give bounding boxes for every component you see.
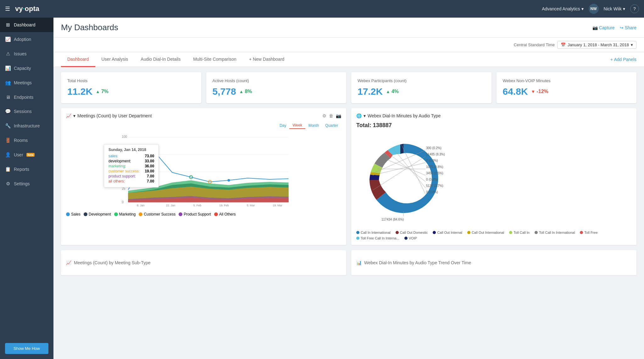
legend-toll-call-in-intl: Toll Call In International bbox=[535, 231, 575, 234]
sidebar-item-capacity[interactable]: 📊 Capacity bbox=[0, 61, 53, 76]
sidebar-item-reports[interactable]: 📋 Reports bbox=[0, 162, 53, 177]
legend-dot bbox=[396, 231, 399, 234]
sidebar-item-label: Adoption bbox=[14, 37, 31, 42]
svg-text:100: 100 bbox=[122, 135, 127, 138]
tab-audio-dialin[interactable]: Audio Dial-In Details bbox=[134, 52, 187, 67]
area-chart-container: Sunday, Jan 14, 2018 sales: 73.00 develo… bbox=[66, 132, 341, 208]
bottom-chart-row: 📈 Meetings (Count) by Meeting Sub-Type 📊… bbox=[61, 250, 636, 275]
chart-row: 📈 ▾ Meetings (Count) by User Department … bbox=[61, 108, 636, 245]
kpi-label: Webex Participants (count) bbox=[358, 78, 485, 83]
chart-panel-header: 🌐 ▾ Webex Dial-In Minutes by Audio Type bbox=[356, 113, 631, 118]
legend-customer-success: Customer Success bbox=[139, 212, 175, 216]
date-range-picker[interactable]: 📅 January 1, 2018 - March 31, 2018 ▾ bbox=[557, 41, 636, 49]
legend-dot bbox=[433, 231, 436, 234]
beta-badge: beta bbox=[26, 153, 35, 157]
tab-user-analysis[interactable]: User Analysis bbox=[95, 52, 135, 67]
tooltip-row-mkt: marketing: 36.00 bbox=[108, 164, 154, 168]
legend-marketing: Marketing bbox=[114, 212, 136, 216]
camera-button[interactable]: 📷 bbox=[336, 113, 341, 118]
user-name-menu[interactable]: Nick Wiik ▾ bbox=[604, 6, 625, 11]
sidebar-item-rooms[interactable]: 🚪 Rooms bbox=[0, 133, 53, 148]
tooltip-row-dev: development: 33.00 bbox=[108, 159, 154, 163]
chart-title-dropdown[interactable]: ▾ bbox=[73, 113, 75, 118]
legend-label: Development bbox=[89, 212, 111, 216]
chart-tooltip: Sunday, Jan 14, 2018 sales: 73.00 develo… bbox=[104, 144, 159, 188]
pie-content: 300 (0.2%) 11485 (8.3%) 0 (0.0%) bbox=[356, 131, 631, 227]
settings-icon: ⚙ bbox=[5, 181, 11, 187]
dashboard-icon: ⊞ bbox=[5, 22, 11, 28]
kpi-label: Active Hosts (count) bbox=[213, 78, 340, 83]
kpi-label: Webex Non-VOIP Minutes bbox=[503, 78, 630, 83]
legend-dot bbox=[356, 237, 359, 240]
legend-development: Development bbox=[84, 212, 111, 216]
chart-title-dropdown[interactable]: ▾ bbox=[364, 113, 366, 118]
sidebar-item-meetings[interactable]: 👥 Meetings bbox=[0, 76, 53, 90]
help-button[interactable]: ? bbox=[630, 4, 639, 13]
add-panels-button[interactable]: + Add Panels bbox=[610, 57, 636, 62]
sidebar-item-sessions[interactable]: 💬 Sessions bbox=[0, 104, 53, 119]
sidebar-item-user[interactable]: 👤 User beta bbox=[0, 148, 53, 162]
panel-label: Webex Dial-In Minutes by Audio Type Tren… bbox=[364, 260, 471, 265]
svg-text:8. Jan: 8. Jan bbox=[137, 204, 145, 207]
pie-svg-wrap: 300 (0.2%) 11485 (8.3%) 0 (0.0%) bbox=[356, 131, 457, 227]
svg-text:22. Jan: 22. Jan bbox=[166, 204, 175, 207]
time-btn-quarter[interactable]: Quarter bbox=[322, 122, 341, 129]
svg-text:0: 0 bbox=[122, 200, 124, 204]
panel-label: Meetings (Count) by Meeting Sub-Type bbox=[74, 260, 151, 265]
sidebar-item-dashboard[interactable]: ⊞ Dashboard bbox=[0, 18, 53, 32]
capture-button[interactable]: 📷 Capture bbox=[592, 25, 615, 30]
svg-text:3456 (2.5%): 3456 (2.5%) bbox=[426, 171, 443, 175]
legend-label: Call Out Internal bbox=[437, 231, 462, 234]
share-button[interactable]: ↪ Share bbox=[620, 25, 636, 30]
sidebar-item-label: Capacity bbox=[14, 66, 31, 71]
legend-label: All Others bbox=[219, 212, 236, 216]
svg-text:19. Feb: 19. Feb bbox=[219, 204, 229, 207]
sidebar-item-infrastructure[interactable]: 🔧 Infrastructure bbox=[0, 119, 53, 133]
tab-new-dashboard[interactable]: + New Dashboard bbox=[243, 52, 291, 67]
kpi-value: 11.2K bbox=[67, 86, 92, 97]
kpi-value: 5,778 bbox=[213, 86, 236, 97]
share-icon: ↪ bbox=[620, 25, 624, 30]
chart-actions: ⚙ 🗑 📷 bbox=[322, 113, 341, 118]
kpi-total-hosts: Total Hosts 11.2K ▲ 7% bbox=[61, 72, 201, 103]
capacity-icon: 📊 bbox=[5, 65, 11, 71]
svg-text:11485 (8.3%): 11485 (8.3%) bbox=[426, 153, 445, 156]
svg-text:19. Mar: 19. Mar bbox=[273, 204, 282, 207]
sidebar-item-settings[interactable]: ⚙ Settings bbox=[0, 177, 53, 191]
show-me-how-button[interactable]: Show Me How bbox=[5, 343, 48, 354]
legend-label: Call Out Domestic bbox=[400, 231, 428, 234]
tab-multi-site[interactable]: Multi-Site Comparison bbox=[187, 52, 243, 67]
sidebar-item-issues[interactable]: ⚠ Issues bbox=[0, 47, 53, 61]
infrastructure-icon: 🔧 bbox=[5, 123, 11, 129]
tabs-bar: Dashboard User Analysis Audio Dial-In De… bbox=[53, 52, 644, 67]
kpi-change: ▲ 7% bbox=[96, 89, 108, 94]
legend-label: Call Out International bbox=[472, 231, 504, 234]
adoption-icon: 📈 bbox=[5, 36, 11, 42]
time-btn-day[interactable]: Day bbox=[276, 122, 289, 129]
sidebar: ⊞ Dashboard 📈 Adoption ⚠ Issues 📊 Capaci… bbox=[0, 18, 53, 359]
time-btn-week[interactable]: Week bbox=[289, 122, 305, 129]
tooltip-row-cs: customer success: 19.00 bbox=[108, 169, 154, 173]
settings-button[interactable]: ⚙ bbox=[322, 113, 326, 118]
legend-dot bbox=[467, 231, 470, 234]
chevron-down-icon: ▾ bbox=[631, 42, 633, 47]
user-avatar: NW bbox=[589, 4, 599, 14]
tooltip-date: Sunday, Jan 14, 2018 bbox=[108, 148, 154, 152]
legend-color bbox=[84, 212, 87, 216]
hamburger-icon[interactable]: ☰ bbox=[5, 5, 10, 12]
advanced-analytics-menu[interactable]: Advanced Analytics ▾ bbox=[542, 6, 583, 11]
meetings-subtype-panel: 📈 Meetings (Count) by Meeting Sub-Type bbox=[61, 250, 346, 275]
calendar-icon: 📅 bbox=[561, 42, 566, 47]
tab-dashboard[interactable]: Dashboard bbox=[61, 52, 95, 67]
tooltip-value: 7.00 bbox=[147, 174, 154, 178]
time-btn-month[interactable]: Month bbox=[305, 122, 322, 129]
sidebar-item-endpoints[interactable]: 🖥 Endpoints bbox=[0, 90, 53, 104]
main-content: My Dashboards 📷 Capture ↪ Share Central … bbox=[53, 18, 644, 359]
chart-title-text: Meetings (Count) by User Department bbox=[77, 113, 152, 118]
svg-point-20 bbox=[381, 156, 425, 200]
sidebar-item-adoption[interactable]: 📈 Adoption bbox=[0, 32, 53, 47]
legend-color bbox=[139, 212, 142, 216]
dashboard-body: Total Hosts 11.2K ▲ 7% Active Hosts (cou… bbox=[53, 67, 644, 359]
kpi-value: 64.8K bbox=[503, 86, 528, 97]
delete-button[interactable]: 🗑 bbox=[329, 113, 333, 118]
